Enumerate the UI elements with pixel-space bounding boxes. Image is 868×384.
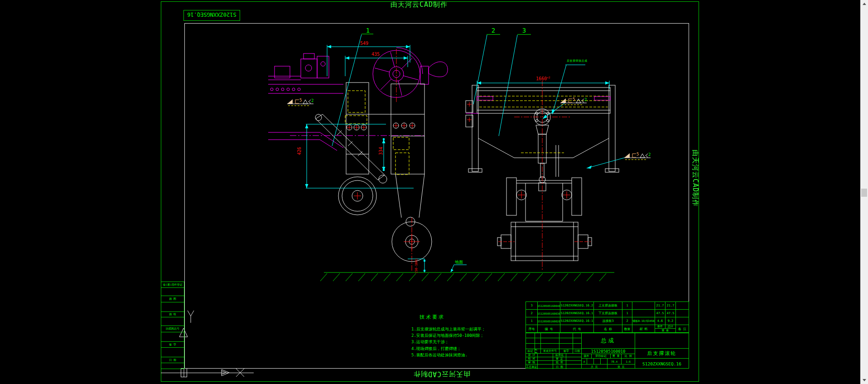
title-block-right: 后支撑滚轮 S120ZXXNGSEQ.16 bbox=[635, 333, 689, 368]
label-design: 设 计 bbox=[526, 354, 538, 357]
bom-material bbox=[632, 310, 655, 317]
bom-header-dwg: 代 号 bbox=[560, 325, 594, 333]
label-sign: 签字 bbox=[559, 349, 573, 353]
label-date: 日期 bbox=[573, 349, 581, 353]
bom-dwg-no: S120ZXXNGSEQ.16-1 bbox=[560, 317, 594, 325]
label-sheet-no: 第 页 bbox=[608, 365, 635, 369]
bom-remark bbox=[676, 317, 689, 325]
label-mark: 标记 bbox=[526, 349, 535, 353]
bom-header-seq: 序号 bbox=[526, 325, 538, 333]
bom-header-row: 序号 编 号 代 号 名 称 数量 材 料 单件 总计 重 量 备 注 bbox=[526, 325, 689, 333]
scrollbar-down-button[interactable] bbox=[860, 376, 868, 384]
bom-seq: 2 bbox=[526, 310, 538, 317]
ground-label: 地面 bbox=[455, 260, 463, 264]
bom-header-qty: 数量 bbox=[622, 325, 632, 333]
bom-header-weight: 单件 总计 重 量 bbox=[655, 325, 676, 333]
scrollbar-up-button[interactable] bbox=[860, 0, 868, 8]
weight-value: 78.4 bbox=[608, 359, 622, 364]
part-code: S120ZXXNGSEQ.16 bbox=[635, 359, 689, 369]
left-view-chassis bbox=[268, 48, 448, 151]
bom-header-remark: 备 注 bbox=[676, 325, 689, 333]
bom-total-weight: 47.5 bbox=[665, 310, 676, 317]
bom-name: 连接板3 bbox=[594, 317, 622, 325]
strip-cell bbox=[161, 363, 184, 369]
weld-size-2: 5 bbox=[637, 152, 639, 156]
signature-row: 工艺审定 日 期 bbox=[526, 365, 581, 369]
bom-total-weight: 9.2 bbox=[665, 317, 676, 325]
watermark-top: 由天河云CAD制作 bbox=[386, 1, 452, 8]
weld-size-1: 5 bbox=[573, 97, 575, 102]
sheet-count-row: 共 页 第 页 bbox=[582, 365, 635, 369]
assembly-number: 1S120505160010 bbox=[582, 349, 635, 354]
label-audit: 审 核 bbox=[526, 361, 538, 364]
cad-drawing-canvas bbox=[0, 0, 868, 384]
bom-total-weight: 21.7 bbox=[665, 302, 676, 309]
label-count: 处数 bbox=[535, 349, 541, 353]
bom-name: 上支撑连接板 bbox=[594, 302, 622, 309]
label-scale: 比 例 bbox=[622, 354, 635, 358]
bom-header-code: 编 号 bbox=[538, 325, 560, 333]
cad-viewport: 由天河云CAD制作 由天河云CAD制作 由天河云CAD制作 S120ZXXNGS… bbox=[0, 0, 868, 384]
dimension-arrows bbox=[305, 45, 610, 272]
bom-qty: 2 bbox=[622, 317, 632, 325]
label-process-audit: 工艺审定 bbox=[526, 365, 538, 369]
bom-qty: 1 bbox=[622, 302, 632, 309]
label-standardization: 标准化 bbox=[553, 354, 567, 357]
bom-code: 1S120505160020 bbox=[538, 317, 560, 325]
watermark-right: 由天河云CAD制作 bbox=[692, 150, 699, 213]
left-view-structure bbox=[315, 83, 432, 262]
version-value: A bbox=[582, 359, 587, 364]
strip-cell bbox=[161, 332, 184, 342]
margin-strip: 借(通)用件登记 描 图 描 校 旧底图总号 签 字 日 期 bbox=[161, 282, 184, 369]
sheet-code-box: S120ZXXNGSEQ.16 bbox=[184, 12, 240, 17]
strip-label: 签 字 bbox=[161, 342, 184, 348]
bom-unit-weight: 21.7 bbox=[655, 302, 665, 309]
tech-req-title: 技术要求 bbox=[420, 315, 445, 320]
label-approve-stage: 审 定 bbox=[553, 357, 567, 360]
weld-qty-2: 2 bbox=[648, 153, 651, 157]
scrollbar-thumb[interactable] bbox=[861, 189, 867, 197]
strip-label: 借(通)用件登记 bbox=[161, 282, 184, 288]
dim-gap: (50-100) bbox=[415, 258, 418, 274]
dimension-lines bbox=[306, 34, 624, 272]
balloon-3: 3 bbox=[519, 27, 530, 34]
strip-label: 日 期 bbox=[161, 357, 184, 363]
hidden-lines-right bbox=[479, 96, 608, 153]
label-date2: 日 期 bbox=[553, 365, 567, 369]
balloon-underlines bbox=[362, 34, 531, 34]
label-weight: 重 量 bbox=[611, 354, 622, 358]
bom-seq: 1 bbox=[526, 317, 538, 325]
title-block-revision-area: 标记 处数 更改文件号 签字 日期 设 计 标准化 校 对 审 定 审 核 批 … bbox=[526, 333, 582, 368]
dim-1660-value: 1660 bbox=[536, 76, 547, 81]
bom-code: 1S120505160040 bbox=[538, 302, 560, 309]
strip-cell bbox=[161, 288, 184, 296]
dim-426: 426 bbox=[297, 147, 302, 155]
bom-seq: 3 bbox=[526, 302, 538, 309]
stage-header-row: 版本 阶段标记 重 量 比 例 bbox=[582, 354, 635, 359]
bom-header-material: 材 料 bbox=[632, 325, 655, 333]
dim-1660-tolerance: +2 bbox=[547, 76, 550, 79]
weld-size-3: 5 bbox=[299, 98, 302, 102]
label-ratify: 批 准 bbox=[553, 361, 567, 364]
bom-material: 钢板B-10/Q345B bbox=[632, 317, 655, 325]
bom-dwg-no: S120ZXXNGSEQ.16.1 bbox=[560, 310, 594, 317]
chevron-up-icon bbox=[863, 3, 866, 5]
scale-value: 1:6 bbox=[622, 359, 635, 364]
ground-hatch bbox=[320, 272, 614, 281]
bom-remark bbox=[676, 310, 689, 317]
part-name: 后支撑滚轮 bbox=[635, 349, 689, 359]
weld-qty-1: 2 bbox=[584, 98, 587, 102]
bom-dwg-no: S120ZXXNGSEQ.16.2 bbox=[560, 302, 594, 309]
title-block-center: 总成 1S120505160010 版本 阶段标记 重 量 比 例 A 78.4… bbox=[582, 333, 635, 368]
title-block: 标记 处数 更改文件号 签字 日期 设 计 标准化 校 对 审 定 审 核 批 … bbox=[526, 332, 689, 369]
bom-header-name: 名 称 bbox=[594, 325, 622, 333]
bom-header-unit: 单件 bbox=[655, 325, 665, 328]
label-stage: 阶段标记 bbox=[592, 354, 611, 358]
hidden-lines-left bbox=[345, 91, 409, 175]
label-version: 版本 bbox=[582, 354, 592, 358]
scrollbar-track[interactable] bbox=[860, 0, 868, 384]
label-total-sheets: 共 页 bbox=[582, 365, 608, 369]
weld-note-label: 后支撑焊接总成 bbox=[567, 59, 588, 62]
chevron-down-icon bbox=[863, 379, 866, 381]
bom-code: 1S120505160030 bbox=[538, 310, 560, 317]
